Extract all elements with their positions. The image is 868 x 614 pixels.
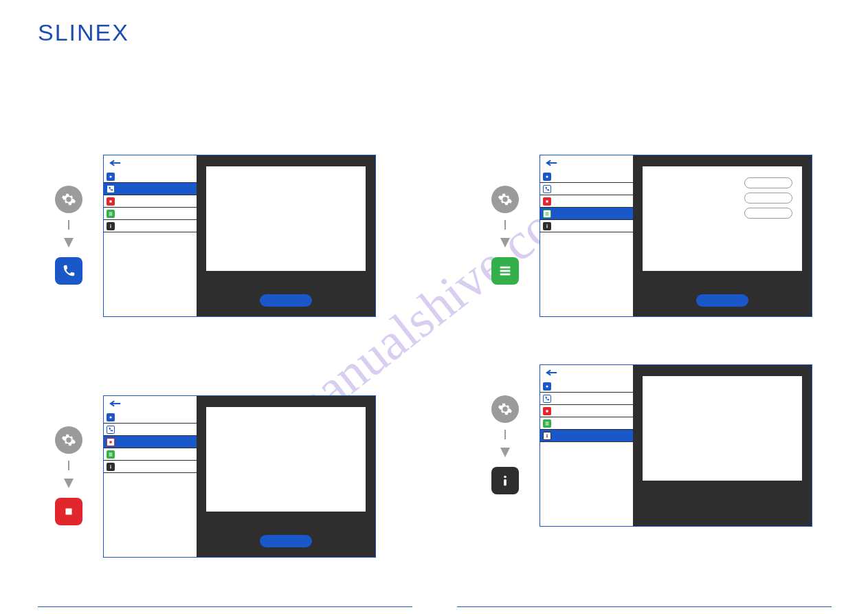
nav-sequence — [491, 186, 519, 285]
menu-item-settings[interactable] — [540, 171, 633, 183]
screen-content — [643, 376, 802, 481]
svg-point-27 — [546, 385, 548, 387]
menu-item-record[interactable] — [540, 405, 633, 417]
gear-icon — [491, 186, 519, 213]
arrow-stem — [68, 220, 69, 230]
option-pill[interactable] — [744, 193, 792, 204]
menu-column — [540, 365, 633, 526]
svg-rect-7 — [500, 267, 511, 269]
phone-mini-icon — [543, 185, 551, 193]
svg-rect-1 — [109, 200, 111, 202]
brand-logo: SLINEX — [38, 19, 129, 46]
menu-item-record[interactable] — [104, 436, 197, 448]
svg-point-15 — [546, 224, 548, 226]
gear-icon — [491, 395, 519, 423]
menu-item-list[interactable] — [540, 208, 633, 220]
menu-column — [104, 396, 197, 557]
screen-area — [633, 155, 812, 316]
svg-rect-16 — [546, 226, 547, 228]
menu-item-info[interactable] — [540, 430, 633, 442]
stop-mini-icon — [107, 197, 115, 206]
arrow-stem — [68, 461, 69, 470]
home-button[interactable] — [260, 294, 312, 307]
option-pills — [744, 173, 792, 223]
info-mini-icon — [543, 432, 551, 440]
back-button[interactable] — [540, 155, 633, 171]
svg-rect-28 — [546, 410, 548, 412]
menu-item-info[interactable] — [540, 220, 633, 232]
nav-sequence — [55, 186, 82, 285]
menu-item-settings[interactable] — [540, 380, 633, 393]
svg-rect-20 — [109, 452, 113, 453]
menu-column — [540, 155, 633, 316]
svg-rect-2 — [109, 212, 113, 212]
stop-mini-icon — [543, 407, 551, 415]
phone-mini-icon — [107, 185, 115, 193]
nav-sequence — [491, 395, 519, 494]
svg-rect-24 — [110, 466, 111, 468]
back-button[interactable] — [104, 155, 197, 171]
svg-point-23 — [110, 465, 111, 466]
svg-rect-14 — [546, 215, 549, 215]
svg-rect-21 — [109, 454, 113, 454]
option-pill[interactable] — [744, 177, 792, 188]
svg-rect-3 — [109, 213, 113, 214]
divider-left — [38, 606, 412, 607]
screen-area — [633, 365, 812, 526]
down-arrow-icon — [500, 448, 510, 457]
gear-mini-icon — [543, 173, 551, 181]
svg-point-25 — [504, 476, 507, 479]
home-button[interactable] — [696, 294, 748, 307]
back-button[interactable] — [104, 396, 197, 411]
svg-rect-30 — [546, 423, 549, 424]
svg-rect-22 — [109, 455, 113, 456]
menu-item-call[interactable] — [104, 183, 197, 195]
svg-rect-9 — [500, 274, 511, 276]
menu-item-call[interactable] — [540, 183, 633, 195]
info-icon — [491, 467, 519, 494]
option-pill[interactable] — [744, 208, 792, 219]
menu-item-list[interactable] — [104, 208, 197, 220]
home-button[interactable] — [260, 535, 312, 547]
info-mini-icon — [107, 463, 115, 471]
arrow-stem — [504, 220, 506, 230]
svg-rect-33 — [546, 435, 547, 437]
down-arrow-icon — [64, 238, 74, 248]
menu-item-settings[interactable] — [104, 171, 197, 183]
phone-mini-icon — [543, 395, 551, 403]
list-mini-icon — [107, 210, 115, 218]
svg-point-32 — [546, 434, 548, 435]
svg-point-10 — [546, 175, 548, 177]
menu-item-call[interactable] — [104, 424, 197, 436]
svg-rect-19 — [109, 441, 111, 443]
svg-rect-13 — [546, 213, 549, 214]
menu-column — [104, 155, 197, 316]
menu-item-record[interactable] — [540, 195, 633, 208]
svg-rect-12 — [546, 212, 549, 212]
svg-rect-29 — [546, 421, 549, 422]
menu-item-list[interactable] — [104, 448, 197, 461]
menu-item-settings[interactable] — [104, 411, 197, 424]
menu-item-list[interactable] — [540, 417, 633, 430]
gear-mini-icon — [107, 413, 115, 421]
down-arrow-icon — [500, 238, 510, 248]
svg-rect-26 — [504, 479, 507, 485]
nav-sequence — [55, 426, 82, 525]
gear-icon — [55, 186, 82, 213]
svg-rect-8 — [500, 270, 511, 272]
screen-content — [643, 166, 802, 271]
back-button[interactable] — [540, 365, 633, 380]
menu-item-record[interactable] — [104, 195, 197, 208]
device-panel — [103, 395, 376, 558]
device-panel — [539, 364, 812, 527]
stop-icon — [55, 498, 82, 525]
gear-icon — [55, 426, 82, 454]
svg-point-0 — [109, 175, 111, 177]
screen-content — [206, 166, 366, 271]
menu-item-info[interactable] — [104, 220, 197, 232]
svg-rect-17 — [65, 508, 71, 514]
menu-item-info[interactable] — [104, 461, 197, 473]
menu-item-call[interactable] — [540, 393, 633, 405]
stop-mini-icon — [543, 197, 551, 206]
info-mini-icon — [543, 222, 551, 230]
